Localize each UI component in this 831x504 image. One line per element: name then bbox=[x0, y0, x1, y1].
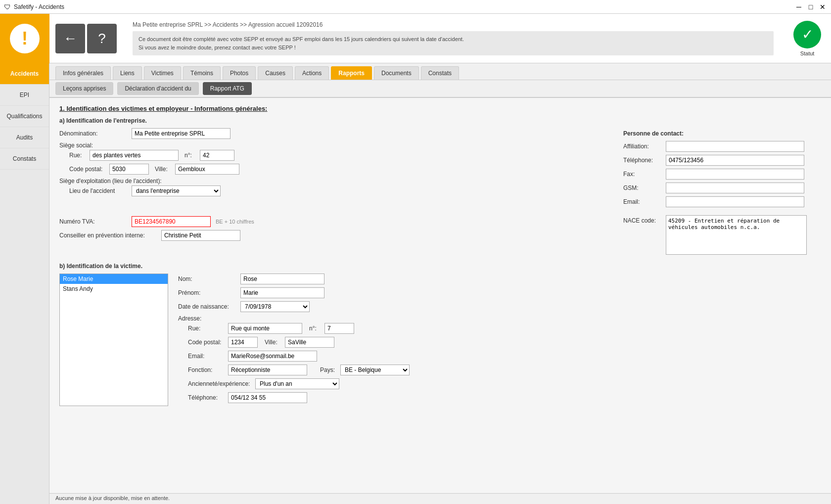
victim-email-input[interactable] bbox=[228, 351, 317, 362]
titlebar-title: Safetify - Accidents bbox=[14, 3, 64, 10]
exclamation-icon: ! bbox=[10, 24, 40, 53]
email-input[interactable] bbox=[666, 196, 804, 207]
numero-tva-input[interactable] bbox=[132, 216, 211, 227]
victim-anciennete-select[interactable]: Plus d'un an bbox=[255, 378, 339, 389]
nav-buttons: ← ? bbox=[49, 19, 123, 58]
telephone-label: Téléphone: bbox=[623, 157, 663, 164]
victim-item-0[interactable]: Rose Marie bbox=[60, 274, 168, 284]
close-button[interactable]: ✕ bbox=[818, 2, 827, 11]
minimize-button[interactable]: ─ bbox=[794, 2, 803, 11]
victim-num-input[interactable] bbox=[324, 323, 354, 334]
affiliation-input[interactable] bbox=[666, 141, 804, 152]
rue-label: Rue: bbox=[69, 152, 87, 159]
lieu-accident-label: Lieu de l'accident bbox=[69, 187, 129, 194]
victim-ville-input[interactable] bbox=[285, 337, 334, 348]
victim-fonction-label: Fonction: bbox=[188, 367, 225, 373]
denomination-input[interactable] bbox=[132, 128, 231, 139]
victim-ville-label: Ville: bbox=[265, 339, 282, 346]
tab-actions[interactable]: Actions bbox=[295, 66, 329, 80]
sidebar-item-constats[interactable]: Constats bbox=[0, 148, 49, 170]
gsm-input[interactable] bbox=[666, 183, 804, 193]
subtab-rapport-atg[interactable]: Rapport ATG bbox=[203, 82, 252, 95]
code-postal-label: Code postal: bbox=[69, 166, 106, 173]
notice-line2: Si vous avez le moindre doute, prenez co… bbox=[138, 45, 296, 50]
victim-dob-label: Date de naissance: bbox=[178, 303, 237, 310]
num-input[interactable] bbox=[200, 150, 234, 161]
tab-documents[interactable]: Documents bbox=[374, 66, 419, 80]
victim-cp-label: Code postal: bbox=[188, 339, 225, 346]
statusbar: Aucune mise à jour disponible, mise en a… bbox=[49, 493, 831, 504]
statusbar-text: Aucune mise à jour disponible, mise en a… bbox=[55, 495, 170, 501]
sidebar: ! Accidents EPI Qualifications Audits Co… bbox=[0, 14, 49, 504]
victim-anciennete-label: Ancienneté/expérience: bbox=[188, 380, 252, 387]
numero-tva-label: Numéro TVA: bbox=[59, 218, 129, 225]
header: ← ? Ma Petite entreprise SPRL >> Acciden… bbox=[49, 14, 831, 63]
victim-nom-label: Nom: bbox=[178, 275, 237, 282]
ville-input[interactable] bbox=[175, 164, 239, 175]
gsm-label: GSM: bbox=[623, 184, 663, 191]
subsection-a-title: a) Identification de l'entreprise. bbox=[59, 117, 821, 124]
nace-code-label: NACE code: bbox=[623, 215, 663, 224]
victim-num-label: n°: bbox=[309, 325, 322, 332]
victim-telephone-label: Téléphone: bbox=[188, 394, 225, 401]
maximize-button[interactable]: □ bbox=[806, 2, 815, 11]
tab-temoins[interactable]: Témoins bbox=[183, 66, 221, 80]
help-button[interactable]: ? bbox=[87, 24, 117, 53]
tab-rapports[interactable]: Rapports bbox=[331, 66, 372, 80]
header-info: Ma Petite entreprise SPRL >> Accidents >… bbox=[123, 16, 784, 60]
conseiller-input[interactable] bbox=[161, 230, 240, 241]
subtab-lecons[interactable]: Leçons apprises bbox=[55, 82, 113, 95]
nace-code-textarea[interactable] bbox=[666, 215, 807, 255]
affiliation-label: Affiliation: bbox=[623, 143, 663, 150]
victim-adresse-label: Adresse: bbox=[178, 315, 237, 322]
victim-detail: Nom: Prénom: Date de naissance: 7 bbox=[178, 274, 821, 406]
victim-prenom-input[interactable] bbox=[240, 287, 324, 298]
tab-causes[interactable]: Causes bbox=[258, 66, 293, 80]
sidebar-item-audits[interactable]: Audits bbox=[0, 127, 49, 148]
back-button[interactable]: ← bbox=[55, 24, 85, 53]
sidebar-item-epi[interactable]: EPI bbox=[0, 85, 49, 106]
tab-victimes[interactable]: Victimes bbox=[144, 66, 181, 80]
header-notice: Ce document doit être complété avec votr… bbox=[133, 31, 774, 55]
subtabs-bar: Leçons apprises Déclaration d'accident d… bbox=[49, 80, 831, 98]
victim-nom-input[interactable] bbox=[240, 274, 324, 284]
tabs-bar: Infos générales Liens Victimes Témoins P… bbox=[49, 63, 831, 80]
fax-input[interactable] bbox=[666, 169, 804, 180]
ville-label: Ville: bbox=[155, 166, 172, 173]
victim-email-label: Email: bbox=[188, 353, 225, 360]
victim-dob-select[interactable]: 7/09/1978 bbox=[240, 301, 310, 312]
app-icon: 🛡 bbox=[4, 3, 11, 11]
victim-list: Rose Marie Stans Andy bbox=[59, 274, 168, 406]
statut-icon: ✓ bbox=[793, 21, 821, 48]
notice-line1: Ce document doit être complété avec votr… bbox=[138, 36, 464, 42]
email-label: Email: bbox=[623, 198, 663, 205]
siege-social-label: Siège social: bbox=[59, 142, 129, 149]
rue-input[interactable] bbox=[90, 150, 179, 161]
telephone-input[interactable] bbox=[666, 155, 804, 166]
breadcrumb: Ma Petite entreprise SPRL >> Accidents >… bbox=[133, 21, 774, 28]
victim-item-1[interactable]: Stans Andy bbox=[60, 284, 168, 294]
tab-infos-generales[interactable]: Infos générales bbox=[55, 66, 111, 80]
tab-liens[interactable]: Liens bbox=[113, 66, 142, 80]
victim-fonction-input[interactable] bbox=[228, 365, 307, 375]
titlebar-controls: ─ □ ✕ bbox=[794, 2, 827, 11]
sidebar-item-accidents[interactable]: Accidents bbox=[0, 63, 49, 85]
titlebar: 🛡 Safetify - Accidents ─ □ ✕ bbox=[0, 0, 831, 14]
victim-cp-input[interactable] bbox=[228, 337, 258, 348]
sidebar-item-qualifications[interactable]: Qualifications bbox=[0, 106, 49, 127]
lieu-accident-select[interactable]: dans l'entreprise bbox=[132, 185, 221, 196]
conseiller-label: Conseiller en prévention interne: bbox=[59, 232, 158, 239]
tab-photos[interactable]: Photos bbox=[223, 66, 256, 80]
victim-rue-input[interactable] bbox=[228, 323, 302, 334]
app-logo: ! bbox=[0, 14, 49, 63]
victim-pays-select[interactable]: BE - Belgique bbox=[340, 365, 410, 375]
statut-label: Statut bbox=[800, 50, 815, 56]
siege-exploitation-label: Siège d'exploitation (lieu de l'accident… bbox=[59, 178, 198, 184]
victim-telephone-input[interactable] bbox=[228, 392, 307, 403]
victim-rue-label: Rue: bbox=[188, 325, 225, 332]
code-postal-input[interactable] bbox=[109, 164, 149, 175]
subtab-declaration[interactable]: Déclaration d'accident du bbox=[117, 82, 198, 95]
section1-title: 1. Identification des victimes et employ… bbox=[59, 105, 821, 112]
tab-constats[interactable]: Constats bbox=[421, 66, 459, 80]
content-area: 1. Identification des victimes et employ… bbox=[49, 98, 831, 493]
